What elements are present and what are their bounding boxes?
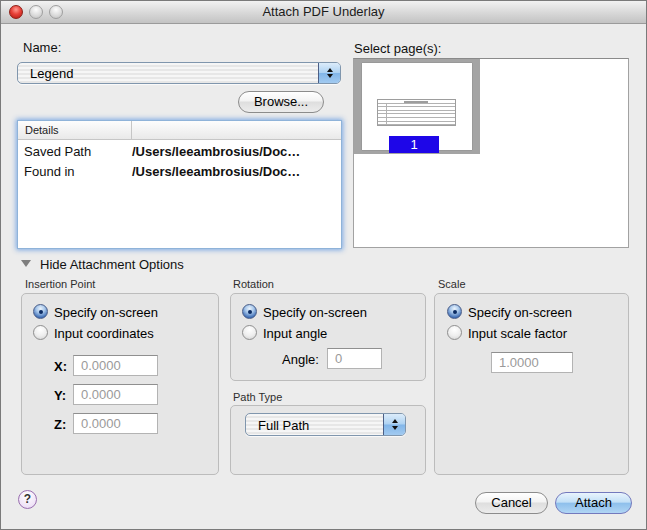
radio-input-scale-factor[interactable] [447, 325, 462, 340]
radio-label: Input coordinates [54, 326, 154, 341]
radio-label: Input angle [263, 326, 327, 341]
y-field-label: Y: [54, 388, 66, 403]
help-button[interactable]: ? [18, 490, 37, 509]
path-type-group-label: Path Type [233, 391, 282, 403]
radio-label: Specify on-screen [468, 305, 572, 320]
row-label: Saved Path [24, 144, 91, 159]
page-thumbnail[interactable]: 1 [354, 59, 480, 154]
pages-list[interactable]: 1 [353, 58, 629, 248]
table-row[interactable]: Found in /Users/leeambrosius/Doc… [18, 161, 341, 181]
radio-input-angle[interactable] [242, 325, 257, 340]
name-combobox-value: Legend [30, 66, 73, 81]
disclosure-triangle-icon [21, 260, 31, 267]
path-type-popup-value: Full Path [258, 418, 309, 433]
radio-specify-onscreen-rotation[interactable] [242, 304, 257, 319]
select-pages-label: Select page(s): [354, 41, 441, 56]
x-coordinate-field[interactable] [73, 355, 158, 376]
titlebar: Attach PDF Underlay [1, 1, 646, 24]
toggle-label: Hide Attachment Options [40, 257, 184, 272]
rotation-group-label: Rotation [233, 278, 274, 290]
scale-group-label: Scale [438, 278, 466, 290]
radio-label: Specify on-screen [263, 305, 367, 320]
row-value: /Users/leeambrosius/Doc… [132, 164, 300, 179]
name-label: Name: [23, 40, 61, 55]
radio-specify-onscreen-scale[interactable] [447, 304, 462, 319]
stepper-icon [318, 63, 340, 83]
details-table[interactable]: Details Saved Path /Users/leeambrosius/D… [17, 120, 342, 249]
angle-label: Angle: [282, 352, 319, 367]
radio-input-coordinates[interactable] [33, 325, 48, 340]
name-combobox[interactable]: Legend [17, 62, 341, 84]
z-coordinate-field[interactable] [73, 413, 158, 434]
hide-attachment-options-toggle[interactable]: Hide Attachment Options [21, 257, 184, 272]
stepper-icon [383, 414, 405, 435]
details-column-header: Details [25, 124, 59, 136]
angle-field[interactable] [327, 348, 382, 369]
details-table-header: Details [18, 121, 341, 140]
browse-button[interactable]: Browse... [238, 91, 324, 113]
page-number-badge: 1 [389, 136, 439, 153]
column-divider [131, 121, 132, 139]
attach-button[interactable]: Attach [555, 492, 632, 514]
table-row[interactable]: Saved Path /Users/leeambrosius/Doc… [18, 141, 341, 161]
path-type-popup[interactable]: Full Path [245, 413, 406, 436]
row-value: /Users/leeambrosius/Doc… [132, 144, 300, 159]
x-field-label: X: [54, 359, 67, 374]
y-coordinate-field[interactable] [73, 384, 158, 405]
scale-group [434, 293, 629, 475]
window-title: Attach PDF Underlay [1, 4, 646, 19]
insertion-point-group-label: Insertion Point [25, 278, 95, 290]
attach-pdf-underlay-dialog: Attach PDF Underlay Name: Legend Browse.… [0, 0, 647, 530]
cancel-button[interactable]: Cancel [475, 492, 548, 514]
row-label: Found in [24, 164, 75, 179]
scale-factor-field[interactable] [491, 352, 573, 373]
radio-label: Specify on-screen [54, 305, 158, 320]
radio-label: Input scale factor [468, 326, 567, 341]
radio-specify-onscreen-insertion[interactable] [33, 304, 48, 319]
z-field-label: Z: [54, 417, 66, 432]
page-thumbnail-drawing [377, 99, 456, 126]
